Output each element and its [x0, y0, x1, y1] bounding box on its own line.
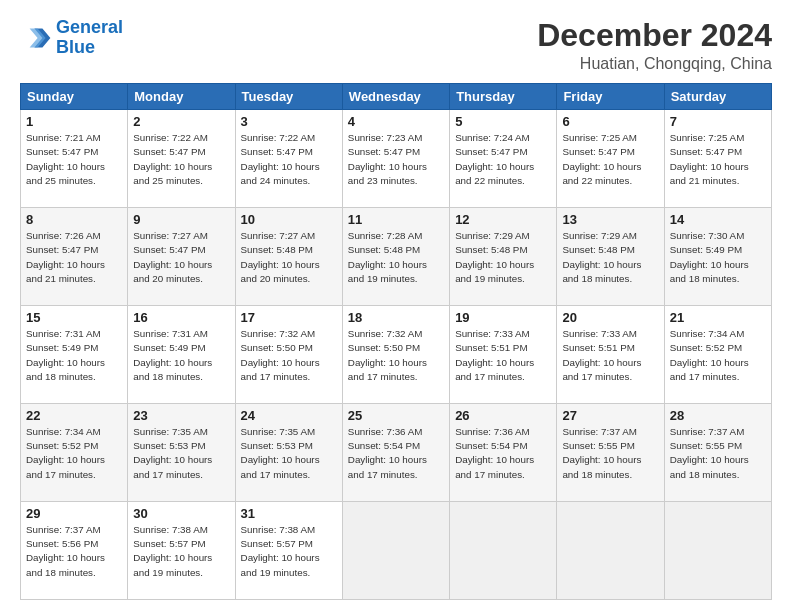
- calendar-week-1: 1Sunrise: 7:21 AM Sunset: 5:47 PM Daylig…: [21, 110, 772, 208]
- calendar-cell: 6Sunrise: 7:25 AM Sunset: 5:47 PM Daylig…: [557, 110, 664, 208]
- day-number: 24: [241, 408, 337, 423]
- calendar-cell: 28Sunrise: 7:37 AM Sunset: 5:55 PM Dayli…: [664, 404, 771, 502]
- day-number: 23: [133, 408, 229, 423]
- day-info: Sunrise: 7:34 AM Sunset: 5:52 PM Dayligh…: [26, 425, 122, 482]
- calendar-header-row: SundayMondayTuesdayWednesdayThursdayFrid…: [21, 84, 772, 110]
- day-info: Sunrise: 7:22 AM Sunset: 5:47 PM Dayligh…: [133, 131, 229, 188]
- day-number: 15: [26, 310, 122, 325]
- day-info: Sunrise: 7:31 AM Sunset: 5:49 PM Dayligh…: [26, 327, 122, 384]
- calendar-cell: 5Sunrise: 7:24 AM Sunset: 5:47 PM Daylig…: [450, 110, 557, 208]
- day-number: 18: [348, 310, 444, 325]
- calendar-week-3: 15Sunrise: 7:31 AM Sunset: 5:49 PM Dayli…: [21, 306, 772, 404]
- calendar-cell: 14Sunrise: 7:30 AM Sunset: 5:49 PM Dayli…: [664, 208, 771, 306]
- calendar-cell: 4Sunrise: 7:23 AM Sunset: 5:47 PM Daylig…: [342, 110, 449, 208]
- calendar-header-thursday: Thursday: [450, 84, 557, 110]
- day-info: Sunrise: 7:37 AM Sunset: 5:56 PM Dayligh…: [26, 523, 122, 580]
- day-number: 14: [670, 212, 766, 227]
- calendar-cell: 29Sunrise: 7:37 AM Sunset: 5:56 PM Dayli…: [21, 502, 128, 600]
- calendar-header-sunday: Sunday: [21, 84, 128, 110]
- day-number: 11: [348, 212, 444, 227]
- calendar-cell: 15Sunrise: 7:31 AM Sunset: 5:49 PM Dayli…: [21, 306, 128, 404]
- day-info: Sunrise: 7:36 AM Sunset: 5:54 PM Dayligh…: [455, 425, 551, 482]
- day-info: Sunrise: 7:32 AM Sunset: 5:50 PM Dayligh…: [348, 327, 444, 384]
- calendar-week-5: 29Sunrise: 7:37 AM Sunset: 5:56 PM Dayli…: [21, 502, 772, 600]
- day-info: Sunrise: 7:38 AM Sunset: 5:57 PM Dayligh…: [133, 523, 229, 580]
- day-info: Sunrise: 7:35 AM Sunset: 5:53 PM Dayligh…: [133, 425, 229, 482]
- day-number: 13: [562, 212, 658, 227]
- calendar-cell: 24Sunrise: 7:35 AM Sunset: 5:53 PM Dayli…: [235, 404, 342, 502]
- calendar-cell: 21Sunrise: 7:34 AM Sunset: 5:52 PM Dayli…: [664, 306, 771, 404]
- day-number: 10: [241, 212, 337, 227]
- calendar-cell: 27Sunrise: 7:37 AM Sunset: 5:55 PM Dayli…: [557, 404, 664, 502]
- day-info: Sunrise: 7:35 AM Sunset: 5:53 PM Dayligh…: [241, 425, 337, 482]
- day-info: Sunrise: 7:22 AM Sunset: 5:47 PM Dayligh…: [241, 131, 337, 188]
- day-info: Sunrise: 7:24 AM Sunset: 5:47 PM Dayligh…: [455, 131, 551, 188]
- day-info: Sunrise: 7:33 AM Sunset: 5:51 PM Dayligh…: [562, 327, 658, 384]
- day-number: 8: [26, 212, 122, 227]
- day-number: 31: [241, 506, 337, 521]
- day-info: Sunrise: 7:28 AM Sunset: 5:48 PM Dayligh…: [348, 229, 444, 286]
- logo-line2: Blue: [56, 37, 95, 57]
- day-number: 12: [455, 212, 551, 227]
- calendar-cell: 31Sunrise: 7:38 AM Sunset: 5:57 PM Dayli…: [235, 502, 342, 600]
- calendar-cell: 11Sunrise: 7:28 AM Sunset: 5:48 PM Dayli…: [342, 208, 449, 306]
- day-info: Sunrise: 7:25 AM Sunset: 5:47 PM Dayligh…: [670, 131, 766, 188]
- day-number: 6: [562, 114, 658, 129]
- calendar-week-2: 8Sunrise: 7:26 AM Sunset: 5:47 PM Daylig…: [21, 208, 772, 306]
- calendar-cell: 8Sunrise: 7:26 AM Sunset: 5:47 PM Daylig…: [21, 208, 128, 306]
- calendar-cell: 20Sunrise: 7:33 AM Sunset: 5:51 PM Dayli…: [557, 306, 664, 404]
- calendar-cell: 12Sunrise: 7:29 AM Sunset: 5:48 PM Dayli…: [450, 208, 557, 306]
- calendar-header-friday: Friday: [557, 84, 664, 110]
- calendar-cell: 13Sunrise: 7:29 AM Sunset: 5:48 PM Dayli…: [557, 208, 664, 306]
- day-info: Sunrise: 7:32 AM Sunset: 5:50 PM Dayligh…: [241, 327, 337, 384]
- calendar: SundayMondayTuesdayWednesdayThursdayFrid…: [20, 83, 772, 600]
- day-info: Sunrise: 7:27 AM Sunset: 5:48 PM Dayligh…: [241, 229, 337, 286]
- day-info: Sunrise: 7:29 AM Sunset: 5:48 PM Dayligh…: [455, 229, 551, 286]
- calendar-cell: 23Sunrise: 7:35 AM Sunset: 5:53 PM Dayli…: [128, 404, 235, 502]
- calendar-header-wednesday: Wednesday: [342, 84, 449, 110]
- day-number: 1: [26, 114, 122, 129]
- calendar-cell: 7Sunrise: 7:25 AM Sunset: 5:47 PM Daylig…: [664, 110, 771, 208]
- day-info: Sunrise: 7:29 AM Sunset: 5:48 PM Dayligh…: [562, 229, 658, 286]
- calendar-cell: 1Sunrise: 7:21 AM Sunset: 5:47 PM Daylig…: [21, 110, 128, 208]
- day-info: Sunrise: 7:23 AM Sunset: 5:47 PM Dayligh…: [348, 131, 444, 188]
- logo-icon: [20, 22, 52, 54]
- calendar-cell: 3Sunrise: 7:22 AM Sunset: 5:47 PM Daylig…: [235, 110, 342, 208]
- calendar-cell: [342, 502, 449, 600]
- day-info: Sunrise: 7:36 AM Sunset: 5:54 PM Dayligh…: [348, 425, 444, 482]
- day-info: Sunrise: 7:38 AM Sunset: 5:57 PM Dayligh…: [241, 523, 337, 580]
- day-number: 19: [455, 310, 551, 325]
- day-number: 2: [133, 114, 229, 129]
- day-number: 5: [455, 114, 551, 129]
- calendar-cell: 22Sunrise: 7:34 AM Sunset: 5:52 PM Dayli…: [21, 404, 128, 502]
- day-info: Sunrise: 7:37 AM Sunset: 5:55 PM Dayligh…: [670, 425, 766, 482]
- day-number: 20: [562, 310, 658, 325]
- calendar-cell: 2Sunrise: 7:22 AM Sunset: 5:47 PM Daylig…: [128, 110, 235, 208]
- day-number: 30: [133, 506, 229, 521]
- calendar-cell: 10Sunrise: 7:27 AM Sunset: 5:48 PM Dayli…: [235, 208, 342, 306]
- calendar-cell: 26Sunrise: 7:36 AM Sunset: 5:54 PM Dayli…: [450, 404, 557, 502]
- calendar-header-monday: Monday: [128, 84, 235, 110]
- logo-text: General Blue: [56, 18, 123, 58]
- calendar-cell: 18Sunrise: 7:32 AM Sunset: 5:50 PM Dayli…: [342, 306, 449, 404]
- day-info: Sunrise: 7:31 AM Sunset: 5:49 PM Dayligh…: [133, 327, 229, 384]
- day-info: Sunrise: 7:27 AM Sunset: 5:47 PM Dayligh…: [133, 229, 229, 286]
- day-info: Sunrise: 7:34 AM Sunset: 5:52 PM Dayligh…: [670, 327, 766, 384]
- location: Huatian, Chongqing, China: [537, 55, 772, 73]
- day-number: 17: [241, 310, 337, 325]
- calendar-header-saturday: Saturday: [664, 84, 771, 110]
- calendar-header-tuesday: Tuesday: [235, 84, 342, 110]
- page: General Blue December 2024 Huatian, Chon…: [0, 0, 792, 612]
- calendar-cell: 30Sunrise: 7:38 AM Sunset: 5:57 PM Dayli…: [128, 502, 235, 600]
- day-number: 29: [26, 506, 122, 521]
- month-title: December 2024: [537, 18, 772, 53]
- day-number: 25: [348, 408, 444, 423]
- day-number: 21: [670, 310, 766, 325]
- day-number: 9: [133, 212, 229, 227]
- day-info: Sunrise: 7:21 AM Sunset: 5:47 PM Dayligh…: [26, 131, 122, 188]
- day-number: 7: [670, 114, 766, 129]
- day-number: 16: [133, 310, 229, 325]
- day-info: Sunrise: 7:33 AM Sunset: 5:51 PM Dayligh…: [455, 327, 551, 384]
- day-info: Sunrise: 7:30 AM Sunset: 5:49 PM Dayligh…: [670, 229, 766, 286]
- calendar-cell: [450, 502, 557, 600]
